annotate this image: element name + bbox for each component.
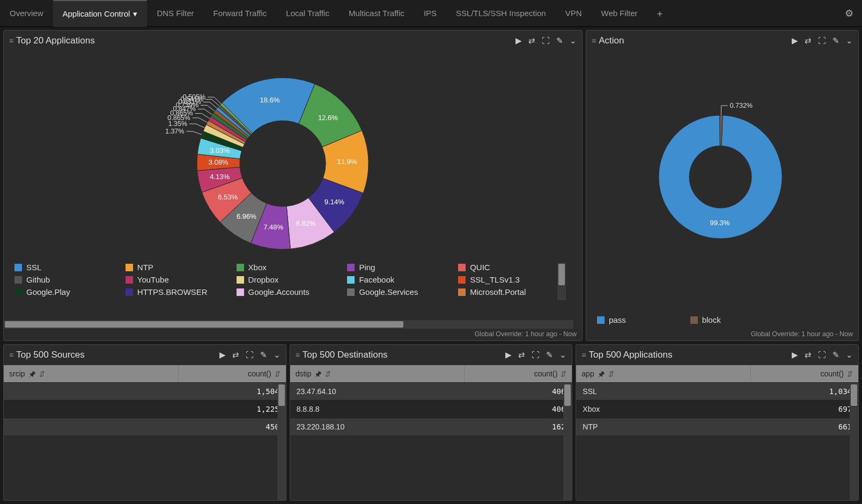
legend-scrollbar-h[interactable] [4,320,573,329]
drag-handle-icon[interactable]: ≡ [9,351,12,359]
swap-icon[interactable]: ⇄ [805,350,812,360]
play-icon[interactable]: ▶ [515,36,522,46]
swap-icon[interactable]: ⇄ [805,36,812,46]
pin-icon[interactable] [28,369,36,378]
tab-forward-traffic[interactable]: Forward Traffic [204,0,277,27]
col-count[interactable]: count() [751,365,858,382]
chevron-down-icon[interactable]: ⌄ [559,350,566,360]
legend-item[interactable]: Google.Accounts [237,287,344,297]
top-apps-legend: SSLNTPXboxPingQUICGithubYouTubeDropboxFa… [14,263,566,297]
legend-item[interactable]: Google.Play [14,287,122,297]
legend-item[interactable]: Github [14,275,122,284]
panel-title: Top 500 Sources [16,350,85,360]
table-row[interactable]: Xbox697 [576,400,858,418]
expand-icon[interactable]: ⛶ [818,350,826,360]
edit-icon[interactable]: ✎ [556,36,563,46]
sort-icon[interactable] [608,369,614,378]
legend-item[interactable]: Google.Services [347,287,455,297]
legend-item[interactable]: YouTube [126,275,233,284]
tab-ssl-inspection[interactable]: SSL/TLS/SSH Inspection [446,0,556,27]
drag-handle-icon[interactable]: ≡ [9,36,12,45]
tab-overview[interactable]: Overview [0,0,53,27]
table-row[interactable]: 450 [4,418,286,435]
tab-label: SSL/TLS/SSH Inspection [456,9,546,18]
drag-handle-icon[interactable]: ≡ [592,36,594,45]
edit-icon[interactable]: ✎ [546,350,553,360]
legend-item[interactable]: Facebook [347,275,455,284]
expand-icon[interactable]: ⛶ [532,350,540,360]
table-scrollbar[interactable] [277,383,286,500]
panel-top-destinations: ≡ Top 500 Destinations ▶⇄⛶✎⌄ dstip count… [290,344,573,501]
legend-item[interactable]: QUIC [458,263,566,272]
edit-icon[interactable]: ✎ [832,350,839,360]
legend-item[interactable]: Microsoft.Portal [458,287,566,297]
drag-handle-icon[interactable]: ≡ [296,351,298,359]
legend-item[interactable]: SSL [14,263,122,272]
chevron-down-icon[interactable]: ⌄ [846,350,853,360]
sort-icon[interactable] [325,369,331,378]
tab-application-control[interactable]: Application Control ▾ [53,0,148,27]
drag-handle-icon[interactable]: ≡ [581,351,584,359]
play-icon[interactable]: ▶ [219,350,226,360]
col-count[interactable]: count() [179,365,286,382]
pin-icon[interactable] [598,369,605,378]
chevron-down-icon[interactable]: ⌄ [274,350,281,360]
expand-icon[interactable]: ⛶ [246,350,254,360]
col-count[interactable]: count() [465,365,572,382]
tab-local-traffic[interactable]: Local Traffic [276,0,339,27]
legend-swatch [126,288,133,296]
tab-ips[interactable]: IPS [414,0,446,27]
sort-icon[interactable] [847,369,853,378]
swap-icon[interactable]: ⇄ [518,350,525,360]
legend-item[interactable]: Xbox [237,263,344,272]
legend-item-block[interactable]: block [690,315,721,324]
play-icon[interactable]: ▶ [792,350,798,360]
cell-count: 1,504 [189,383,286,400]
cell-key: Xbox [576,401,762,418]
col-srcip[interactable]: srcip [4,365,179,382]
tab-dns-filter[interactable]: DNS Filter [147,0,203,27]
sort-icon[interactable] [39,369,45,378]
cell-key: 8.8.8.8 [290,401,476,418]
legend-item[interactable]: Ping [347,263,455,272]
pin-icon[interactable] [314,369,322,378]
sort-icon[interactable] [561,369,566,378]
expand-icon[interactable]: ⛶ [818,36,826,46]
legend-scrollbar[interactable] [557,263,566,300]
chevron-down-icon[interactable]: ⌄ [846,36,853,46]
settings-gear-icon[interactable]: ⚙ [836,8,862,19]
edit-icon[interactable]: ✎ [832,36,839,46]
top-apps-donut-chart[interactable]: 18.6%12.6%11.9%9.14%8.82%7.48%6.96%6.53%… [4,51,572,276]
table-row[interactable]: 1,504 [4,382,286,400]
add-tab-button[interactable]: ＋ [647,7,672,20]
legend-item[interactable]: NTP [126,263,233,272]
legend-item[interactable]: Dropbox [237,275,344,284]
table-row[interactable]: 1,225 [4,400,286,418]
legend-item[interactable]: HTTPS.BROWSER [126,287,233,297]
table-row[interactable]: 23.220.188.10162 [290,418,572,435]
edit-icon[interactable]: ✎ [260,350,267,360]
swap-icon[interactable]: ⇄ [528,36,535,46]
tab-vpn[interactable]: VPN [556,0,592,27]
legend-item[interactable]: SSL_TLSv1.3 [458,275,566,284]
play-icon[interactable]: ▶ [792,36,798,46]
expand-icon[interactable]: ⛶ [542,36,550,46]
table-scrollbar[interactable] [850,383,858,500]
legend-item-pass[interactable]: pass [597,315,626,324]
table-scrollbar[interactable] [563,383,572,500]
cell-key: 23.220.188.10 [290,418,476,435]
play-icon[interactable]: ▶ [505,350,512,360]
col-app[interactable]: app [576,365,751,382]
action-donut-chart[interactable]: 99.3%0.732% [586,51,854,298]
table-row[interactable]: SSL1,034 [576,382,858,400]
sort-icon[interactable] [275,369,281,378]
swap-icon[interactable]: ⇄ [232,350,239,360]
tab-web-filter[interactable]: Web Filter [592,0,647,27]
legend-swatch [458,264,466,271]
chevron-down-icon[interactable]: ⌄ [570,36,577,46]
table-row[interactable]: 8.8.8.8406 [290,400,572,418]
col-dstip[interactable]: dstip [290,365,465,382]
tab-multicast-traffic[interactable]: Multicast Traffic [339,0,414,27]
table-row[interactable]: NTP661 [576,418,858,435]
table-row[interactable]: 23.47.64.10406 [290,382,572,400]
